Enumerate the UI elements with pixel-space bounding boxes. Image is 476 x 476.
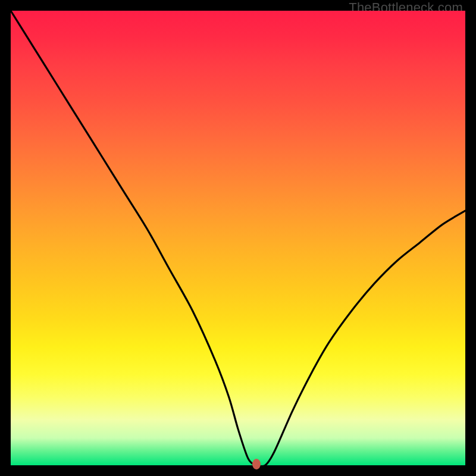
curve-path (11, 11, 465, 466)
plot-area (11, 11, 465, 465)
optimum-marker (252, 459, 261, 469)
chart-frame: TheBottleneck.com (0, 0, 476, 476)
bottleneck-curve (11, 11, 465, 465)
